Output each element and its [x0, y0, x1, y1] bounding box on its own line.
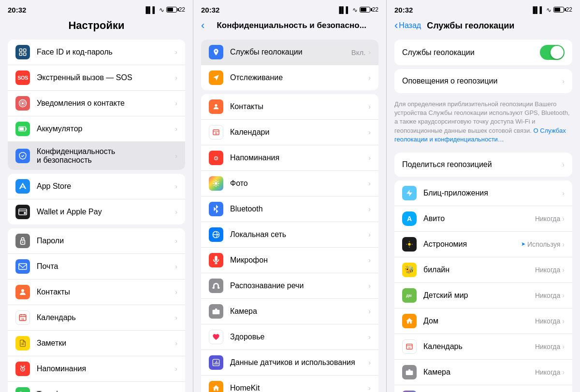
svg-rect-0 — [19, 49, 22, 51]
chevron-p2-photos: › — [368, 180, 371, 187]
row-p2-bluetooth[interactable]: Bluetooth › — [201, 196, 378, 222]
row-sos[interactable]: SOS Экстренный вызов — SOS › — [8, 65, 185, 91]
row-app-calendar[interactable]: 31 Календарь Никогда › — [394, 334, 572, 360]
section-group-p2-1: Службы геолокации Вкл. › Отслеживание › — [201, 40, 378, 90]
chevron-mail: › — [175, 263, 177, 270]
row-p2-speech[interactable]: Распознавание речи › — [201, 273, 378, 299]
label-p2-camera: Камера — [230, 307, 368, 316]
label-wallet: Wallet и Apple Pay — [37, 208, 175, 216]
scroll-area-2[interactable]: Службы геолокации Вкл. › Отслеживание › … — [193, 36, 386, 392]
row-app-commands[interactable]: Команды Используя › — [394, 385, 572, 392]
icon-p2-health — [209, 330, 223, 344]
svg-rect-13 — [19, 264, 27, 269]
svg-rect-2 — [24, 53, 26, 56]
location-icon-astronomy: ➤ — [521, 241, 525, 247]
svg-point-38 — [408, 243, 410, 245]
battery-icon-3 — [553, 7, 564, 13]
back-icon-2[interactable] — [201, 19, 204, 32]
chevron-privacy: › — [175, 152, 177, 160]
label-geolocation: Службы геолокации — [230, 48, 351, 56]
row-calendar[interactable]: 31 Календарь › — [8, 305, 185, 331]
chevron-tracking: › — [368, 74, 371, 82]
back-icon-3[interactable] — [394, 19, 398, 32]
row-reminders[interactable]: Напоминания › — [8, 356, 185, 382]
row-privacy[interactable]: Конфиденциальность и безопасность › — [8, 142, 185, 170]
row-app-astronomy[interactable]: Астрономия ➤ Используя › — [394, 232, 572, 257]
row-p2-reminders[interactable]: Напоминания › — [201, 145, 378, 171]
value-app-home: Никогда — [535, 317, 560, 325]
signal-icon-2: ▐▌▌ — [337, 6, 350, 14]
scroll-area-3[interactable]: Службы геолокации Оповещения о геопозици… — [387, 36, 580, 392]
label-contacts: Контакты — [37, 288, 175, 296]
icon-geolocation — [209, 45, 223, 59]
row-location-toggle[interactable]: Службы геолокации — [394, 40, 572, 65]
section-group-2: App Store › Wallet и Apple Pay › — [8, 174, 185, 224]
row-tracking[interactable]: Отслеживание › — [201, 65, 378, 90]
row-share-location[interactable]: Поделиться геопозицией › — [394, 153, 572, 177]
label-p2-microphone: Микрофон — [230, 256, 368, 265]
icon-battery — [15, 122, 30, 136]
icon-sos: SOS — [15, 70, 30, 85]
icon-p2-microphone — [209, 253, 223, 267]
svg-rect-9 — [19, 209, 27, 215]
row-p2-calendars[interactable]: 31 Календари › — [201, 120, 378, 145]
row-p2-camera[interactable]: Камера › — [201, 299, 378, 324]
chevron-p2-contacts: › — [368, 103, 371, 111]
label-appstore: App Store — [37, 182, 175, 191]
row-app-beeline[interactable]: 🐝 билайн Никогда › — [394, 257, 572, 283]
svg-rect-8 — [26, 128, 27, 130]
chevron-passwords: › — [175, 237, 177, 245]
row-battery[interactable]: Аккумулятор › — [8, 116, 185, 142]
battery-icon-2 — [360, 7, 370, 13]
row-mail[interactable]: Почта › — [8, 254, 185, 280]
nav-header-1: Настройки — [0, 17, 193, 36]
row-p2-homekit[interactable]: HomeKit › — [201, 376, 378, 392]
icon-tracking — [209, 70, 223, 85]
row-p2-photos[interactable]: Фото › — [201, 171, 378, 196]
row-app-avito[interactable]: A Авито Никогда › — [394, 206, 572, 232]
toggle-location[interactable] — [540, 45, 565, 60]
chevron-faceid: › — [175, 48, 177, 56]
row-app-home[interactable]: Дом Никогда › — [394, 308, 572, 334]
panel-privacy: 20:32 ▐▌▌ ∿ 22 Конфиденциальность и безо… — [193, 0, 387, 392]
status-bar-2: 20:32 ▐▌▌ ∿ 22 — [193, 0, 386, 17]
scroll-area-1[interactable]: Face ID и код-пароль › SOS Экстренный вы… — [0, 36, 193, 392]
icon-p2-reminders — [209, 151, 223, 165]
row-location-notify[interactable]: Оповещения о геопозиции › — [394, 69, 572, 93]
row-p2-sensors[interactable]: Данные датчиков и использования › — [201, 350, 378, 376]
label-p2-calendars: Календари — [230, 128, 368, 137]
row-contact-notify[interactable]: Уведомления о контакте › — [8, 91, 185, 116]
label-p2-photos: Фото — [230, 179, 368, 188]
row-passwords[interactable]: Пароли › — [8, 228, 185, 254]
icon-appstore — [15, 179, 30, 194]
label-mail: Почта — [37, 262, 175, 271]
row-p2-contacts[interactable]: Контакты › — [201, 94, 378, 120]
row-p2-health[interactable]: Здоровье › — [201, 324, 378, 350]
row-geolocation[interactable]: Службы геолокации Вкл. › — [201, 40, 378, 65]
row-faceid[interactable]: Face ID и код-пароль › — [8, 40, 185, 65]
svg-point-10 — [24, 212, 26, 214]
chevron-p2-localnet: › — [368, 231, 371, 238]
row-app-detmir[interactable]: ДМ Детский мир Никогда › — [394, 283, 572, 308]
panel-location: 20:32 ▐▌▌ ∿ 22 Назад Службы геолокации С… — [387, 0, 580, 392]
row-appstore[interactable]: App Store › — [8, 174, 185, 199]
row-phone[interactable]: Телефон › — [8, 382, 185, 392]
row-wallet[interactable]: Wallet и Apple Pay › — [8, 199, 185, 224]
row-p2-localnet[interactable]: Локальная сеть › — [201, 222, 378, 248]
label-location-toggle: Службы геолокации — [402, 48, 540, 57]
nav-header-3: Назад Службы геолокации — [387, 17, 580, 36]
icon-p2-speech — [209, 279, 223, 293]
icon-app-blits — [402, 186, 417, 200]
row-contacts[interactable]: Контакты › — [8, 280, 185, 305]
row-p2-microphone[interactable]: Микрофон › — [201, 248, 378, 273]
chevron-p2-speech: › — [368, 282, 371, 290]
label-p2-contacts: Контакты — [230, 102, 368, 111]
section-group-p2-2: Контакты › 31 Календари › Напоминания › — [201, 94, 378, 392]
section-group-p3-2: Оповещения о геопозиции › — [394, 69, 572, 93]
back-label-3[interactable]: Назад — [399, 21, 421, 30]
value-app-avito: Никогда — [535, 215, 560, 223]
label-app-astronomy: Астрономия — [423, 240, 521, 249]
row-app-blits[interactable]: Блиц-приложения › — [394, 181, 572, 206]
row-app-camera[interactable]: Камера Никогда › — [394, 360, 572, 385]
row-notes[interactable]: Заметки › — [8, 331, 185, 356]
